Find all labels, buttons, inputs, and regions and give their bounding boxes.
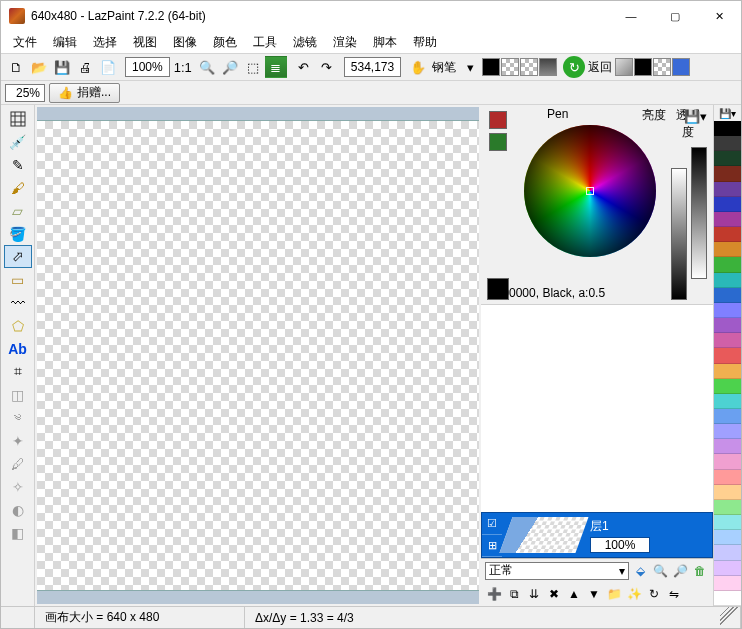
palette-color-18[interactable] — [714, 394, 741, 409]
tool-fill[interactable]: 🪣 — [4, 222, 32, 245]
palette-color-14[interactable] — [714, 333, 741, 348]
palette-color-30[interactable] — [714, 576, 741, 591]
tool-clone[interactable]: ◫ — [4, 383, 32, 406]
canvas[interactable] — [37, 121, 479, 590]
palette-color-20[interactable] — [714, 424, 741, 439]
color-wheel[interactable] — [524, 125, 656, 257]
layer-zoomin-icon[interactable]: 🔍 — [651, 562, 669, 580]
layer-zoomout-icon[interactable]: 🔎 — [671, 562, 689, 580]
new-button[interactable]: 🗋 — [5, 56, 27, 78]
palette-color-12[interactable] — [714, 303, 741, 318]
tool-text[interactable]: Ab — [4, 337, 32, 360]
maximize-button[interactable]: ▢ — [653, 5, 697, 27]
swatch-checker-2[interactable] — [520, 58, 538, 76]
palette-color-24[interactable] — [714, 485, 741, 500]
palette-color-0[interactable] — [714, 121, 741, 136]
tool-shadow[interactable]: ◐ — [4, 498, 32, 521]
zoom-fit-button[interactable]: 1:1 — [171, 56, 195, 78]
palette-color-28[interactable] — [714, 545, 741, 560]
pen-dropdown-button[interactable]: ▾ — [459, 56, 481, 78]
menu-image[interactable]: 图像 — [165, 32, 205, 53]
zoom-input[interactable]: 100% — [125, 57, 170, 77]
palette-color-15[interactable] — [714, 348, 741, 363]
menu-filter[interactable]: 滤镜 — [285, 32, 325, 53]
layer-rot-icon[interactable]: ↻ — [645, 585, 663, 603]
save-palette-icon[interactable]: 💾▾ — [684, 109, 707, 124]
tool-cursor[interactable]: ⬀ — [4, 245, 32, 268]
palette-color-27[interactable] — [714, 530, 741, 545]
palette-color-2[interactable] — [714, 151, 741, 166]
palette-color-29[interactable] — [714, 561, 741, 576]
palette-color-25[interactable] — [714, 500, 741, 515]
tool-light[interactable]: ✧ — [4, 475, 32, 498]
undo-button[interactable]: ↶ — [293, 56, 315, 78]
menu-script[interactable]: 脚本 — [365, 32, 405, 53]
layer-flip-icon[interactable]: ⇋ — [665, 585, 683, 603]
layer-grid-icon[interactable]: ⊞ — [482, 535, 502, 557]
menu-color[interactable]: 颜色 — [205, 32, 245, 53]
menu-file[interactable]: 文件 — [5, 32, 45, 53]
swatch-checker-1[interactable] — [501, 58, 519, 76]
minimize-button[interactable]: — — [609, 5, 653, 27]
layer-trash-icon[interactable]: 🗑 — [691, 562, 709, 580]
donate-button[interactable]: 👍 捐赠... — [49, 83, 120, 103]
palette-color-8[interactable] — [714, 242, 741, 257]
background-swatch[interactable] — [489, 133, 507, 151]
swatch-solid[interactable] — [482, 58, 500, 76]
copy-button[interactable]: 📄 — [97, 56, 119, 78]
palette-color-23[interactable] — [714, 470, 741, 485]
palette-color-4[interactable] — [714, 182, 741, 197]
layer-entry[interactable]: ☑ ⊞ 层1 100% — [481, 512, 713, 558]
zoom-area-button[interactable]: ⬚ — [242, 56, 264, 78]
palette-color-17[interactable] — [714, 379, 741, 394]
resize-grip[interactable] — [720, 607, 741, 628]
layer-down-icon[interactable]: ▼ — [585, 585, 603, 603]
palette-color-6[interactable] — [714, 212, 741, 227]
palette-color-11[interactable] — [714, 288, 741, 303]
tool-smudge[interactable]: ༄ — [4, 406, 32, 429]
zoom-in-button[interactable]: 🔍 — [196, 56, 218, 78]
menu-render[interactable]: 渲染 — [325, 32, 365, 53]
brightness-slider[interactable] — [671, 168, 687, 300]
swatch-gradient[interactable] — [539, 58, 557, 76]
layer-folder-icon[interactable]: 📁 — [605, 585, 623, 603]
menu-help[interactable]: 帮助 — [405, 32, 445, 53]
back-swatch-1[interactable] — [615, 58, 633, 76]
layer-dup-icon[interactable]: ⧉ — [505, 585, 523, 603]
palette-color-3[interactable] — [714, 166, 741, 181]
palette-color-31[interactable] — [714, 591, 741, 606]
menu-select[interactable]: 选择 — [85, 32, 125, 53]
tool-polyline[interactable]: 〰 — [4, 291, 32, 314]
palette-color-10[interactable] — [714, 273, 741, 288]
palette-color-7[interactable] — [714, 227, 741, 242]
tool-rectangle[interactable]: ▭ — [4, 268, 32, 291]
tool-brush[interactable]: 🖌 — [4, 176, 32, 199]
palette-color-9[interactable] — [714, 257, 741, 272]
layer-mergedown-icon[interactable]: ⇊ — [525, 585, 543, 603]
layer-add-icon[interactable]: ➕ — [485, 585, 503, 603]
tool-grid[interactable] — [4, 107, 32, 130]
layer-visible-icon[interactable]: ☑ — [482, 513, 502, 535]
back-swatch-2[interactable] — [634, 58, 652, 76]
menu-view[interactable]: 视图 — [125, 32, 165, 53]
save-button[interactable]: 💾 — [51, 56, 73, 78]
hand-tool-button[interactable]: ✋ — [407, 56, 429, 78]
back-swatch-3[interactable] — [653, 58, 671, 76]
palette-color-1[interactable] — [714, 136, 741, 151]
close-button[interactable]: ✕ — [697, 5, 741, 27]
zoom-out-button[interactable]: 🔎 — [219, 56, 241, 78]
tool-spray[interactable]: 🖊 — [4, 452, 32, 475]
back-swatch-4[interactable] — [672, 58, 690, 76]
palette-color-13[interactable] — [714, 318, 741, 333]
menu-tools[interactable]: 工具 — [245, 32, 285, 53]
layer-opacity[interactable]: 100% — [590, 537, 650, 553]
tool-pencil[interactable]: ✎ — [4, 153, 32, 176]
palette-color-21[interactable] — [714, 439, 741, 454]
tool-gradient[interactable]: ◧ — [4, 521, 32, 544]
layer-del-icon[interactable]: ✖ — [545, 585, 563, 603]
open-button[interactable]: 📂 — [28, 56, 50, 78]
layer-up-icon[interactable]: ▲ — [565, 585, 583, 603]
palette-color-5[interactable] — [714, 197, 741, 212]
tool-picker[interactable]: 💉 — [4, 130, 32, 153]
foreground-swatch[interactable] — [489, 111, 507, 129]
